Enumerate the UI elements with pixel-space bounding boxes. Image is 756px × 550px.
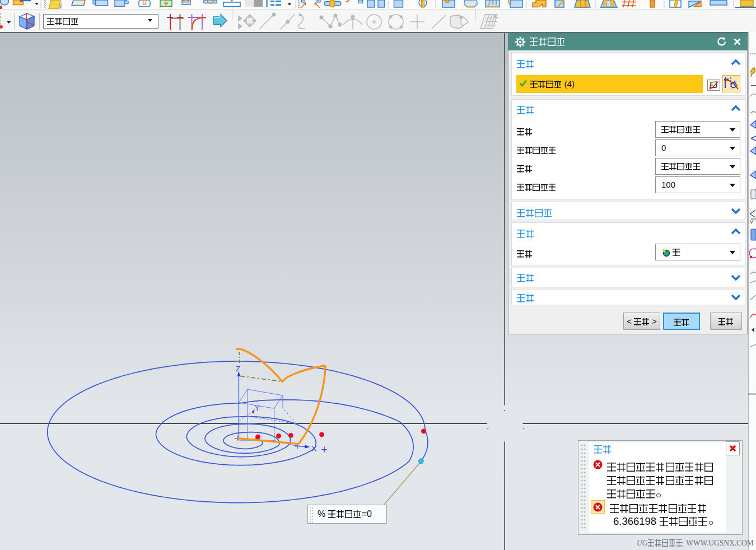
svg-text:X: X bbox=[311, 444, 317, 453]
svg-text:V: V bbox=[750, 219, 753, 225]
svg-text:Y: Y bbox=[255, 404, 260, 412]
svg-text:Z: Z bbox=[236, 365, 240, 373]
